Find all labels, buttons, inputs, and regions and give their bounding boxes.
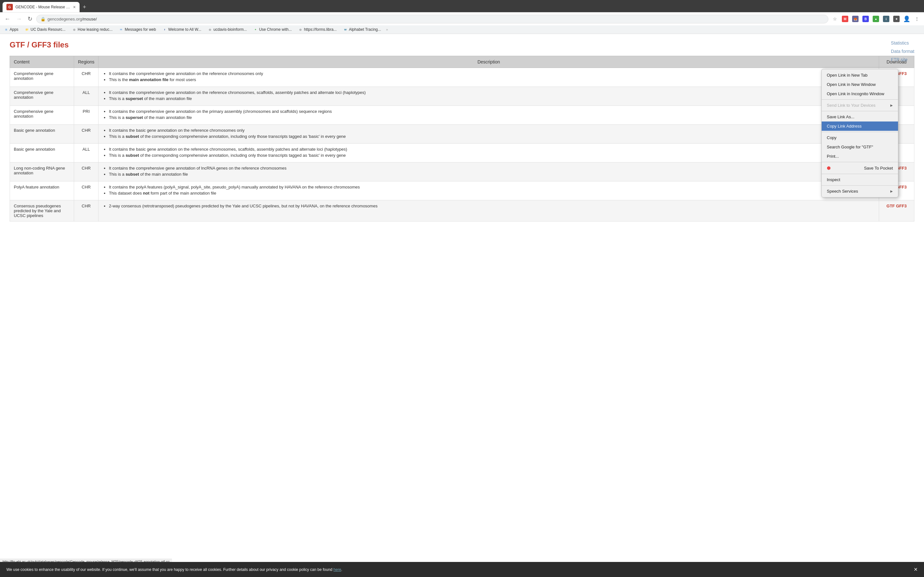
ctx-inspect[interactable]: Inspect [822, 175, 898, 184]
ext-icon-4[interactable]: ● [871, 15, 880, 23]
cell-content: Comprehensive gene annotation [10, 68, 74, 87]
back-button[interactable]: ← [3, 15, 12, 23]
profile-icon[interactable]: 👤 [902, 15, 911, 23]
cell-content: Consensus pseudogenes predicted by the Y… [10, 200, 74, 221]
data-table: Content Regions Description Download Com… [10, 56, 914, 221]
browser-chrome: G GENCODE - Mouse Release M... × + [0, 0, 924, 12]
bookmark-forms[interactable]: ◎ https://forms.libra... [297, 27, 338, 32]
ctx-send-link-label: Send Link to Your Devices [827, 103, 876, 108]
ctx-sep-5 [822, 174, 898, 174]
ctx-save-link[interactable]: Save Link As... [822, 112, 898, 121]
bookmark-uc-davis-label: UC Davis Resourc... [31, 27, 65, 32]
ctx-save-link-label: Save Link As... [827, 114, 855, 119]
ctx-open-incognito[interactable]: Open Link in Incognito Window [822, 89, 898, 98]
bookmark-facebook[interactable]: f Welcome to All W... [161, 27, 202, 32]
bookmark-alphabet-label: Alphabet Tracing... [349, 27, 381, 32]
table-row: Basic gene annotation CHR It contains th… [10, 125, 914, 143]
forms-favicon: ◎ [298, 27, 302, 32]
cell-description: It contains the polyA features (polyA_si… [99, 181, 879, 200]
gtf-link[interactable]: GTF [887, 203, 895, 208]
ctx-save-pocket-label: Save To Pocket [864, 166, 893, 171]
table-row: Comprehensive gene annotation PRI It con… [10, 106, 914, 125]
cell-description: 2-way consensus (retrotransposed) pseudo… [99, 200, 879, 221]
ext-icon-5[interactable]: i [882, 15, 891, 23]
cell-description: It contains the comprehensive gene annot… [99, 106, 879, 125]
cell-region: CHR [74, 163, 99, 181]
ctx-print[interactable]: Print... [822, 152, 898, 161]
bookmarks-overflow[interactable]: » [386, 28, 388, 31]
lock-icon: 🔒 [40, 17, 45, 21]
bookmark-messages-label: Messages for web [125, 27, 156, 32]
ctx-copy-label: Copy [827, 135, 837, 140]
address-text: gencodegenes.org/mouse/ [47, 17, 824, 21]
cell-content: Basic gene annotation [10, 125, 74, 143]
cell-region: CHR [74, 125, 99, 143]
bookmark-leasing[interactable]: ◎ How leasing reduc... [71, 27, 114, 32]
ctx-sep-4 [822, 162, 898, 162]
new-tab-button[interactable]: + [80, 3, 89, 12]
leasing-favicon: ◎ [72, 27, 76, 32]
sidebar-link-data-format[interactable]: Data format [891, 49, 914, 54]
ctx-open-new-tab[interactable]: Open Link in New Tab [822, 71, 898, 80]
ctx-open-new-tab-label: Open Link in New Tab [827, 73, 867, 77]
ctx-open-new-window-label: Open Link in New Window [827, 82, 876, 87]
page-content: GTF / GFF3 files Statistics Data format … [0, 34, 924, 228]
tab-close-button[interactable]: × [73, 5, 76, 10]
ctx-search-google[interactable]: Search Google for "GTF" [822, 142, 898, 152]
cell-description: It contains the comprehensive gene annot… [99, 68, 879, 87]
cell-description: It contains the comprehensive gene annot… [99, 163, 879, 181]
th-description: Description [99, 56, 879, 68]
address-bar[interactable]: 🔒 gencodegenes.org/mouse/ [36, 15, 829, 23]
cell-region: PRI [74, 106, 99, 125]
bookmark-ucdavis-bio[interactable]: ◎ ucdavis-bioinform... [206, 27, 248, 32]
forward-button[interactable]: → [14, 15, 24, 23]
ctx-copy[interactable]: Copy [822, 133, 898, 142]
ctx-speech-services-label: Speech Services [827, 189, 858, 193]
page-title: GTF / GFF3 files [10, 40, 914, 49]
bookmark-alphabet[interactable]: W Alphabet Tracing... [342, 27, 382, 32]
bookmark-apps[interactable]: ⊞ Apps [3, 27, 19, 32]
address-bar-row: ← → ↻ 🔒 gencodegenes.org/mouse/ ☆ M 🦊 B … [0, 12, 924, 25]
table-row: PolyA feature annotation CHR It contains… [10, 181, 914, 200]
bookmark-uc-davis[interactable]: 📁 UC Davis Resourc... [23, 27, 67, 32]
ext-icon-3[interactable]: B [861, 15, 870, 23]
sidebar-link-ftp[interactable]: FTP site [891, 57, 914, 62]
cell-content: PolyA feature annotation [10, 181, 74, 200]
menu-icon[interactable]: ⋮ [913, 15, 921, 23]
sidebar-link-statistics[interactable]: Statistics [891, 40, 914, 45]
active-tab[interactable]: G GENCODE - Mouse Release M... × [3, 2, 79, 12]
bookmark-apps-label: Apps [10, 27, 18, 32]
ctx-inspect-label: Inspect [827, 177, 840, 182]
gff3-link[interactable]: GFF3 [896, 203, 907, 208]
table-header-row: Content Regions Description Download [10, 56, 914, 68]
ctx-open-new-window[interactable]: Open Link in New Window [822, 80, 898, 89]
bookmark-use-chrome-label: Use Chrome with... [259, 27, 292, 32]
ctx-send-link-arrow: ▶ [890, 103, 893, 107]
cell-description: It contains the basic gene annotation on… [99, 125, 879, 143]
ctx-search-google-label: Search Google for "GTF" [827, 145, 873, 149]
ctx-copy-link[interactable]: Copy Link Address [822, 121, 898, 131]
table-row: Long non-coding RNA gene annotation CHR … [10, 163, 914, 181]
reload-button[interactable]: ↻ [26, 15, 34, 23]
tab-bar: G GENCODE - Mouse Release M... × + [3, 2, 921, 12]
bookmark-messages[interactable]: ✉ Messages for web [118, 27, 157, 32]
cell-content: Long non-coding RNA gene annotation [10, 163, 74, 181]
pocket-icon: ⬢ [827, 165, 830, 171]
cell-region: ALL [74, 87, 99, 106]
ucdavis-bio-favicon: ◎ [208, 27, 212, 32]
cell-content: Comprehensive gene annotation [10, 106, 74, 125]
ext-icon-6[interactable]: ✦ [892, 15, 901, 23]
ctx-save-pocket[interactable]: ⬢ Save To Pocket [822, 163, 898, 173]
ctx-print-label: Print... [827, 154, 839, 159]
cell-region: CHR [74, 200, 99, 221]
table-row: Comprehensive gene annotation ALL It con… [10, 87, 914, 106]
ext-icon-2[interactable]: 🦊 [851, 15, 860, 23]
bookmark-star-icon[interactable]: ☆ [830, 15, 839, 23]
cell-region: ALL [74, 143, 99, 163]
messages-favicon: ✉ [119, 27, 124, 32]
ctx-speech-services[interactable]: Speech Services ▶ [822, 187, 898, 196]
bookmark-use-chrome[interactable]: ✦ Use Chrome with... [252, 27, 293, 32]
address-path: /mouse/ [82, 17, 97, 21]
ext-icon-1[interactable]: M [841, 15, 850, 23]
right-sidebar: Statistics Data format FTP site [891, 40, 914, 65]
